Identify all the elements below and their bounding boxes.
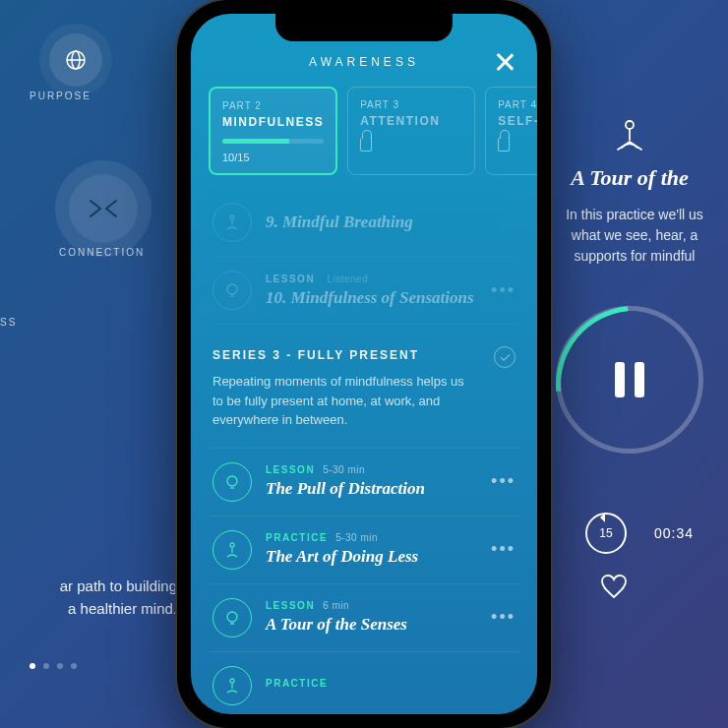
lesson-title: A Tour of the Senses [266, 615, 477, 635]
favorite-button[interactable] [600, 574, 628, 601]
phone-notch [275, 14, 453, 41]
purpose-label: PURPOSE [30, 91, 187, 101]
phone-screen: AWARENESS PART 2 MINDFULNESS 10/15 PART … [191, 14, 537, 714]
rewind-15-button[interactable]: 15 [585, 513, 627, 554]
page-dot[interactable] [57, 663, 63, 669]
converge-icon [89, 199, 118, 218]
lesson-body: LESSON6 min A Tour of the Senses [266, 600, 477, 635]
meditation-icon [610, 118, 649, 153]
purpose-node[interactable] [49, 33, 102, 87]
right-player-panel: A Tour of the In this practice we'll us … [531, 0, 728, 728]
tab-attention[interactable]: PART 3 ATTENTION [347, 87, 475, 175]
part-tabs: PART 2 MINDFULNESS 10/15 PART 3 ATTENTIO… [191, 69, 537, 189]
tab-part-label: PART 2 [222, 100, 324, 111]
tab-mindfulness[interactable]: PART 2 MINDFULNESS 10/15 [209, 87, 337, 175]
lesson-row[interactable]: PRACTICE [209, 652, 519, 715]
tab-progress-count: 10/15 [222, 152, 324, 163]
bulb-icon [212, 598, 252, 637]
series-description: Repeating moments of mindfulness helps u… [212, 372, 516, 430]
page-dot[interactable] [43, 663, 49, 669]
svg-point-5 [227, 284, 237, 294]
lesson-meta: LESSON6 min [266, 600, 477, 611]
lesson-title: 10. Mindfulness of Sensations [266, 288, 477, 308]
page-dot[interactable] [71, 663, 77, 669]
tab-part-label: PART 3 [360, 99, 462, 110]
lesson-body: PRACTICE [266, 678, 516, 693]
pause-icon [615, 362, 644, 397]
globe-icon [64, 48, 88, 72]
bulb-icon [212, 462, 252, 502]
lesson-row[interactable]: PRACTICE5-30 min The Art of Doing Less •… [209, 516, 519, 584]
tab-name-label: ATTENTION [360, 114, 462, 128]
series-title: SERIES 3 - FULLY PRESENT [212, 348, 516, 362]
series-complete-icon [494, 346, 516, 368]
more-button[interactable]: ••• [491, 607, 516, 628]
more-button[interactable]: ••• [491, 471, 516, 492]
lesson-body: 9. Mindful Breathing [266, 212, 516, 232]
yoga-icon [212, 666, 252, 705]
bulb-icon [212, 271, 252, 310]
lesson-row[interactable]: LESSON5-30 min The Pull of Distraction •… [209, 449, 519, 516]
lesson-meta: LESSON5-30 min [266, 464, 477, 475]
lesson-row[interactable]: LESSON Listened 10. Mindfulness of Sensa… [209, 257, 519, 325]
tab-name-label: SELF-AW [498, 114, 537, 128]
phone-frame: AWARENESS PART 2 MINDFULNESS 10/15 PART … [177, 0, 551, 728]
left-background-panel: PURPOSE CONNECTION SS ar path to buildin… [0, 0, 197, 728]
tab-name-label: MINDFULNESS [222, 115, 324, 129]
yoga-icon [212, 530, 252, 570]
page-indicator[interactable] [30, 663, 77, 669]
svg-point-7 [227, 476, 237, 486]
practice-description: In this practice we'll us what we see, h… [531, 205, 728, 267]
header-title: AWARENESS [309, 55, 419, 69]
series-header: SERIES 3 - FULLY PRESENT Repeating momen… [209, 325, 519, 449]
lesson-title: 9. Mindful Breathing [266, 212, 516, 232]
lesson-list[interactable]: 9. Mindful Breathing LESSON Listened 10.… [191, 189, 537, 714]
lesson-title: The Art of Doing Less [266, 547, 477, 567]
svg-point-4 [230, 215, 234, 219]
tab-part-label: PART 4 [498, 99, 537, 110]
page-dot[interactable] [30, 663, 35, 669]
more-button[interactable]: ••• [491, 280, 516, 301]
practice-title: A Tour of the [531, 165, 728, 191]
lesson-meta: PRACTICE5-30 min [266, 532, 477, 543]
connection-node[interactable] [69, 174, 138, 243]
connection-label: CONNECTION [59, 247, 187, 258]
tab-progress-bar [222, 139, 324, 144]
lesson-row[interactable]: LESSON6 min A Tour of the Senses ••• [209, 584, 519, 652]
more-button[interactable]: ••• [491, 539, 516, 560]
lock-icon [360, 138, 372, 152]
rewind-seconds: 15 [599, 526, 612, 540]
lesson-meta: LESSON Listened [266, 273, 477, 284]
elapsed-time: 00:34 [654, 525, 694, 541]
svg-point-12 [230, 679, 234, 683]
lesson-body: PRACTICE5-30 min The Art of Doing Less [266, 532, 477, 567]
svg-point-3 [626, 121, 634, 129]
lesson-body: LESSON5-30 min The Pull of Distraction [266, 464, 477, 499]
lock-icon [498, 138, 510, 152]
tab-self-awareness[interactable]: PART 4 SELF-AW [485, 87, 537, 175]
svg-point-10 [227, 612, 237, 622]
ss-label: SS [0, 317, 187, 328]
play-progress-ring[interactable] [556, 306, 703, 454]
lesson-row[interactable]: 9. Mindful Breathing [209, 189, 519, 257]
lesson-body: LESSON Listened 10. Mindfulness of Sensa… [266, 273, 477, 308]
lesson-title: The Pull of Distraction [266, 479, 477, 499]
close-button[interactable] [494, 51, 516, 73]
left-tagline: ar path to building a healthier mind. [0, 576, 177, 620]
svg-point-9 [230, 543, 234, 547]
lesson-meta: PRACTICE [266, 678, 516, 689]
yoga-icon [212, 203, 252, 242]
